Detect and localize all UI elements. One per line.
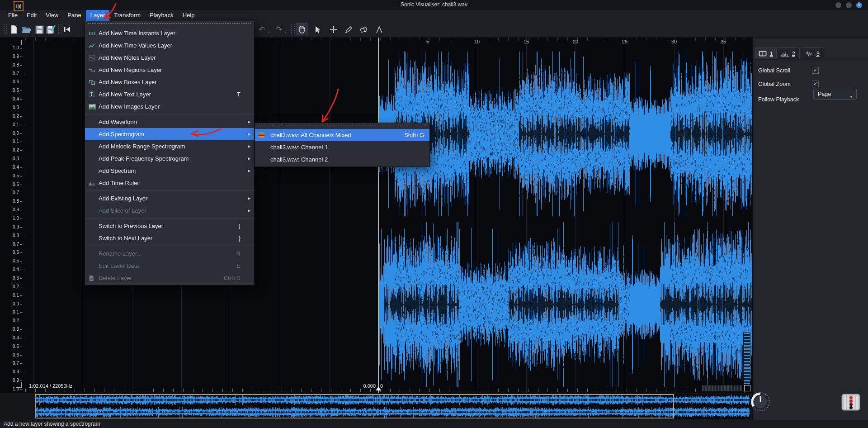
property-panel: 1 2 3 Global Scroll ✓ Global Zoom ✓ Foll…	[752, 38, 868, 420]
global-scroll-checkbox[interactable]: ✓	[812, 67, 819, 74]
menu-item-add-regions-layer[interactable]: Add New Regions Layer	[85, 64, 254, 76]
save-as-icon[interactable]	[45, 24, 57, 35]
cursor-time-label: 0.000	[344, 383, 376, 389]
menu-item-add-waveform[interactable]: Add Waveform▶	[85, 116, 254, 128]
erase-tool-icon[interactable]	[358, 24, 370, 35]
tab-pane-1[interactable]: 1	[755, 48, 776, 59]
amplitude-scale-tick	[20, 287, 22, 287]
menu-item-add-spectrogram[interactable]: Add Spectrogram▶	[85, 128, 254, 140]
menu-item-add-time-values-layer[interactable]: Add New Time Values Layer	[85, 39, 254, 52]
amplitude-scale-tick	[20, 372, 22, 372]
redo-icon[interactable]: ↷	[273, 24, 285, 35]
shortcut-label: R	[236, 250, 241, 257]
menu-view[interactable]: View	[41, 10, 63, 21]
tab-pane-3[interactable]: 3	[801, 48, 824, 59]
menu-item-add-notes-layer[interactable]: Add New Notes Layer	[85, 52, 254, 64]
menu-playback[interactable]: Playback	[145, 10, 178, 21]
menu-edit[interactable]: Edit	[22, 10, 41, 21]
toolbar-drag-handle[interactable]	[291, 24, 295, 34]
menu-transform[interactable]: Transform	[109, 10, 145, 21]
tab-divider	[753, 59, 868, 59]
global-zoom-checkbox[interactable]: ✓	[812, 81, 819, 87]
amplitude-scale-label: 0.1	[6, 293, 19, 298]
select-tool-arrow-icon[interactable]	[312, 24, 324, 35]
amplitude-scale-tick	[20, 193, 22, 193]
histogram-icon	[781, 51, 789, 57]
menu-item-add-spectrum[interactable]: Add Spectrum▶	[85, 165, 254, 177]
undo-icon[interactable]: ↶	[256, 24, 268, 35]
boxes-icon	[89, 79, 99, 86]
amplitude-scale-tick	[20, 65, 22, 66]
menu-separator	[85, 114, 254, 114]
layer-menu-panel: Add New Time Instants Layer Add New Time…	[85, 21, 255, 285]
window-title: Sonic Visualiser: chall3.wav	[0, 1, 868, 8]
playback-speed-knob[interactable]	[750, 391, 771, 414]
submenu-arrow-icon: ▶	[248, 132, 254, 136]
amplitude-scale-tick	[20, 355, 22, 356]
amplitude-scale-tick	[20, 82, 22, 82]
menu-pane[interactable]: Pane	[63, 10, 85, 21]
navigate-tool-hand-icon[interactable]	[296, 24, 307, 35]
amplitude-scale-label: 0.0	[6, 131, 19, 136]
edit-tool-crosshair-icon[interactable]	[327, 24, 339, 35]
toolbar-drag-handle[interactable]	[58, 24, 61, 34]
amplitude-scale-label: 0.5	[6, 173, 19, 178]
overview-visible-region-box[interactable]	[35, 394, 674, 418]
menu-item-add-existing-layer[interactable]: Add Existing Layer▶	[85, 192, 254, 204]
spectrogram-layer-icon	[259, 132, 270, 139]
level-meter-button[interactable]	[841, 394, 860, 413]
zoom-reset-button[interactable]	[744, 385, 750, 391]
measure-tool-icon[interactable]	[373, 24, 385, 35]
close-button[interactable]: x	[856, 2, 862, 8]
svg-text:T: T	[90, 92, 93, 97]
amplitude-scale-label: 0.6	[6, 352, 19, 357]
amplitude-scale-label: 0.5	[6, 258, 19, 263]
spectrogram-submenu-panel: chall3.wav: All Channels Mixed Shift+G c…	[255, 123, 430, 167]
menu-item-add-time-instants-layer[interactable]: Add New Time Instants Layer	[85, 27, 254, 39]
menu-tear-off-handle[interactable]	[258, 125, 427, 127]
menu-item-switch-to-next-layer[interactable]: Switch to Next Layer }	[85, 232, 254, 244]
amplitude-scale-label: 0.9	[6, 224, 19, 229]
menu-help[interactable]: Help	[178, 10, 199, 21]
sonic-visualiser-window: Sonic Visualiser: chall3.wav x File Edit…	[0, 0, 868, 428]
amplitude-scale-label: 0.3	[6, 105, 19, 110]
menu-item-add-melodic-range-spectrogram[interactable]: Add Melodic Range Spectrogram▶	[85, 140, 254, 152]
menu-item-add-time-ruler[interactable]: Add Time Ruler	[85, 177, 254, 189]
tab-pane-2[interactable]: 2	[776, 48, 800, 59]
save-icon[interactable]	[33, 24, 45, 35]
vertical-zoom-thumbwheel[interactable]	[743, 332, 750, 385]
menu-item-add-images-layer[interactable]: Add New Images Layer	[85, 100, 254, 113]
amplitude-scale-label: 0.2	[6, 114, 19, 119]
amplitude-scale-tick	[20, 304, 22, 304]
menu-tear-off-handle[interactable]	[88, 23, 251, 25]
amplitude-scale-tick	[20, 185, 22, 185]
minimize-button[interactable]	[835, 2, 841, 8]
amplitude-scale-tick	[20, 295, 22, 296]
time-ruler-label: 35	[718, 39, 729, 44]
draw-tool-pencil-icon[interactable]	[343, 24, 354, 35]
amplitude-scale-label: 0.8	[6, 369, 19, 374]
menu-item-add-peak-frequency-spectrogram[interactable]: Add Peak Frequency Spectrogram▶	[85, 152, 254, 165]
time-ruler-icon	[89, 180, 99, 187]
menu-item-add-boxes-layer[interactable]: Add New Boxes Layer	[85, 76, 254, 88]
amplitude-scale-tick	[20, 159, 22, 159]
menu-item-switch-to-previous-layer[interactable]: Switch to Previous Layer {	[85, 220, 254, 232]
follow-playback-dropdown[interactable]: Page ▼	[813, 89, 857, 100]
new-session-icon[interactable]	[8, 24, 20, 35]
undo-caret-icon[interactable]: ▾	[268, 27, 269, 35]
menu-item-add-text-layer[interactable]: T Add New Text Layer T	[85, 88, 254, 100]
toolbar-drag-handle[interactable]	[4, 24, 7, 34]
open-icon[interactable]	[21, 24, 33, 35]
submenu-item-all-channels-mixed[interactable]: chall3.wav: All Channels Mixed Shift+G	[255, 129, 429, 141]
amplitude-scale-label: 0.4	[6, 267, 19, 272]
amplitude-scale-label: 0.7	[6, 361, 19, 366]
maximize-button[interactable]	[846, 2, 852, 8]
horizontal-zoom-thumbwheel[interactable]	[702, 385, 742, 392]
amplitude-scale-tick	[20, 321, 22, 321]
menu-layer[interactable]: Layer	[86, 10, 110, 21]
submenu-item-channel-2[interactable]: chall3.wav: Channel 2	[255, 153, 429, 166]
rewind-to-start-icon[interactable]	[61, 24, 73, 35]
redo-caret-icon[interactable]: ▾	[285, 27, 287, 35]
amplitude-scale-tick	[20, 219, 22, 219]
submenu-item-channel-1[interactable]: chall3.wav: Channel 1	[255, 141, 429, 153]
